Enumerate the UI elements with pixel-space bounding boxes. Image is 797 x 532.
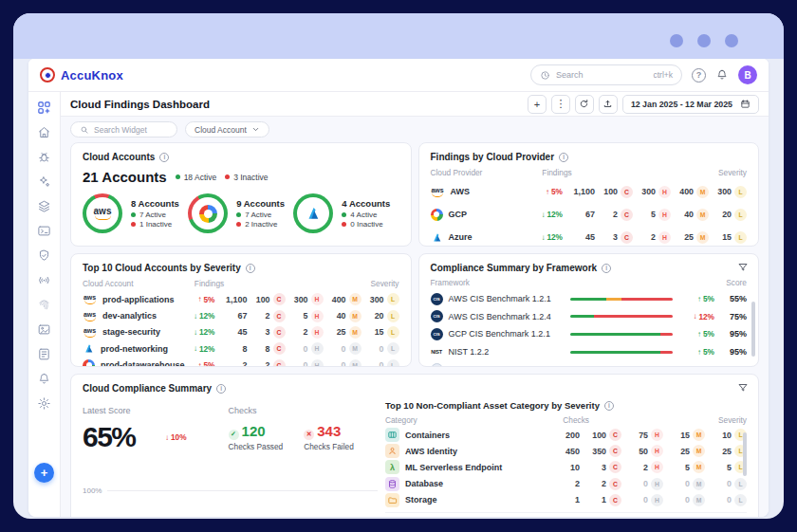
filter-funnel-icon[interactable] — [737, 262, 749, 273]
add-fab-button[interactable]: + — [34, 463, 54, 483]
table-row[interactable]: GCP 12% 67 2C 5H 40M 20L — [431, 203, 748, 226]
widget-search-input[interactable] — [94, 125, 168, 135]
severity-cell: 0H — [286, 342, 324, 355]
sidebar-item-compliance[interactable] — [37, 248, 51, 263]
table-row[interactable]: AWS CIS Benchmark 1.2.4 12% 75% — [431, 308, 748, 326]
dashboard-grid: Cloud Accountsi 21 Accounts 18 Active 3 … — [61, 142, 769, 517]
sidebar-item-dashboard[interactable] — [37, 101, 51, 115]
table-row[interactable]: GCP CIS Benchmark 1.2.1 5% 95% — [431, 325, 748, 343]
more-options-button[interactable]: ⋮ — [551, 95, 570, 114]
table-row[interactable]: stage-security 12% 45 3C 2H 25M 15L — [83, 324, 399, 340]
severity-cell: 100C — [580, 429, 621, 441]
score: 95% — [720, 365, 747, 367]
user-avatar[interactable]: B — [738, 65, 757, 84]
window-control-dot[interactable] — [697, 34, 711, 47]
global-search[interactable]: ctrl+k — [530, 64, 682, 85]
cloud-accounts-card: Cloud Accountsi 21 Accounts 18 Active 3 … — [70, 142, 412, 247]
upload-icon — [602, 99, 613, 109]
bug-icon — [37, 150, 51, 164]
sidebar-item-vulnerabilities[interactable] — [37, 150, 51, 164]
table-row[interactable]: AWS 5% 1,100 100C 300H 400M 300L — [431, 180, 748, 203]
sidebar-item-reports[interactable] — [37, 347, 51, 361]
filter-funnel-icon[interactable] — [737, 382, 749, 394]
sidebar-item-home[interactable] — [37, 125, 51, 139]
table-row[interactable]: λML Serverless Endpoint 10 3C 2H 5M 5L — [385, 459, 747, 475]
widget-search[interactable] — [70, 121, 177, 138]
refresh-button[interactable] — [575, 95, 594, 114]
sidebar-item-remediation[interactable] — [37, 174, 51, 189]
table-row[interactable]: AWS Identity 450 350C 50H 25M 25L — [385, 443, 747, 459]
scrollbar[interactable] — [743, 432, 747, 476]
table-row[interactable]: Database 2 2C 0H 0M 0L — [385, 476, 747, 492]
trend: 5% — [172, 360, 215, 367]
table-row[interactable]: Storage 1 1C 0H 0M 0L — [385, 492, 747, 508]
critical-badge: C — [273, 359, 286, 367]
sidebar-item-monitors[interactable] — [37, 322, 51, 337]
table-row[interactable]: Azure 12% 45 3C 2H 25M 15L — [431, 226, 748, 247]
severity-cell: 0M — [663, 478, 705, 490]
severity-cell: 0L — [705, 494, 747, 506]
table-row[interactable]: Containers 200 100C 75H 15M 10L — [385, 427, 747, 443]
severity-cell: 3C — [248, 326, 286, 339]
scrollbar[interactable] — [751, 302, 755, 357]
medium-badge: M — [696, 231, 709, 244]
sidebar-item-inventory[interactable] — [37, 199, 51, 213]
active-stat: 18 Active — [176, 173, 217, 182]
azure-icon — [431, 231, 443, 244]
browser-window: AccuKnox ctrl+k ? B — [13, 13, 784, 519]
refresh-icon — [579, 99, 589, 109]
global-search-input[interactable] — [556, 70, 647, 80]
date-range-picker[interactable]: 12 Jan 2025 - 12 Mar 2025 — [622, 95, 759, 114]
add-widget-button[interactable]: + — [528, 95, 547, 114]
help-icon[interactable]: ? — [692, 68, 706, 83]
brand-logo[interactable]: AccuKnox — [40, 67, 123, 83]
table-row[interactable]: dev-analytics 12% 67 2C 5H 40M 20L — [83, 307, 399, 323]
medium-badge: M — [349, 310, 361, 322]
table-row[interactable]: prod-networking 12% 8 8C 0H 0M 0L — [83, 340, 399, 357]
sidebar-item-runtime[interactable] — [37, 224, 51, 238]
brand-name: AccuKnox — [61, 68, 123, 83]
image-icon — [37, 322, 51, 337]
table-row[interactable]: ISO 27001 5% 95% — [431, 360, 748, 367]
trend: 12% — [519, 210, 563, 219]
table-row[interactable]: AWS CIS Benchmark 1.2.1 5% 55% — [431, 290, 748, 308]
sidebar-item-network[interactable] — [37, 273, 51, 287]
latest-score-block: Latest Score 65% 10% — [83, 400, 187, 453]
info-icon[interactable]: i — [604, 401, 614, 411]
sidebar-item-settings[interactable] — [37, 396, 51, 411]
table-row[interactable]: prod-applications 5% 1,100 100C 300H 400… — [83, 291, 399, 307]
severity-cell: 25L — [705, 445, 747, 457]
aws-identity-icon — [385, 444, 399, 458]
sidebar-item-identity[interactable] — [37, 298, 51, 312]
info-icon[interactable]: i — [602, 264, 611, 273]
non-compliant-assets-panel: Top 10 Non-Compliant Asset Category by S… — [385, 400, 747, 513]
window-control-dot[interactable] — [670, 34, 683, 47]
severity-cell: 300H — [633, 186, 671, 198]
info-icon[interactable]: i — [216, 384, 226, 394]
sidebar: + — [28, 92, 61, 517]
info-icon[interactable]: i — [159, 153, 169, 162]
window-control-dot[interactable] — [725, 34, 738, 47]
export-button[interactable] — [599, 95, 618, 114]
severity-cell: 0L — [705, 478, 747, 490]
table-row[interactable]: prod-datawarehouse 5% 2 2C 0H 0M 0L — [83, 358, 399, 367]
high-badge: H — [658, 209, 671, 221]
info-icon[interactable]: i — [246, 264, 255, 273]
nist-icon — [431, 346, 443, 358]
aws-icon — [83, 311, 97, 321]
info-icon[interactable]: i — [559, 153, 568, 162]
notifications-bell-icon[interactable] — [715, 68, 729, 82]
desktop-area: AccuKnox ctrl+k ? B — [13, 59, 784, 519]
aws-accounts-group: 8 Accounts 7 Active 1 Inactive — [83, 193, 188, 233]
sidebar-item-notifications[interactable] — [37, 372, 51, 386]
severity-cell: 1C — [580, 494, 621, 506]
high-badge: H — [311, 326, 324, 339]
cis-icon — [431, 310, 443, 322]
cloud-accounts-title: Cloud Accounts — [83, 152, 155, 162]
table-row[interactable]: NIST 1.2.2 5% 95% — [431, 343, 748, 361]
severity-cell: 100C — [595, 186, 633, 198]
gear-icon — [37, 396, 51, 411]
high-badge: H — [658, 231, 671, 244]
severity-cell: 350C — [580, 445, 621, 457]
cloud-account-filter[interactable]: Cloud Account — [185, 121, 269, 138]
